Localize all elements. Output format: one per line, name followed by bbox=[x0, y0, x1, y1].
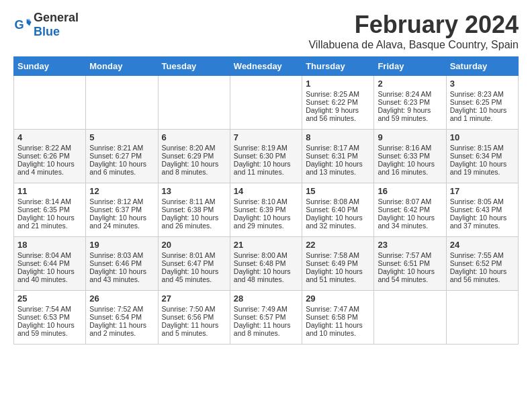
day-number: 17 bbox=[450, 186, 515, 196]
sunset-text: Sunset: 6:40 PM bbox=[306, 205, 370, 214]
day-number: 11 bbox=[17, 186, 82, 196]
calendar-cell: 11Sunrise: 8:14 AMSunset: 6:35 PMDayligh… bbox=[14, 183, 86, 237]
sunrise-text: Sunrise: 8:16 AM bbox=[378, 144, 442, 152]
day-number: 25 bbox=[17, 293, 82, 304]
daylight-text: Daylight: 10 hours and 37 minutes. bbox=[450, 214, 515, 230]
sunrise-text: Sunrise: 8:25 AM bbox=[306, 90, 370, 98]
calendar-cell: 23Sunrise: 7:57 AMSunset: 6:51 PMDayligh… bbox=[374, 237, 446, 291]
logo-general: General bbox=[34, 11, 79, 24]
sunset-text: Sunset: 6:22 PM bbox=[306, 98, 370, 106]
day-number: 21 bbox=[234, 240, 298, 250]
daylight-text: Daylight: 10 hours and 8 minutes. bbox=[162, 160, 226, 176]
sunset-text: Sunset: 6:47 PM bbox=[162, 259, 226, 267]
daylight-text: Daylight: 10 hours and 29 minutes. bbox=[234, 214, 298, 230]
sunset-text: Sunset: 6:30 PM bbox=[234, 152, 298, 160]
day-number: 23 bbox=[378, 240, 442, 250]
sunrise-text: Sunrise: 7:50 AM bbox=[162, 305, 226, 313]
day-number: 12 bbox=[89, 186, 154, 196]
weekday-header-thursday: Thursday bbox=[302, 57, 374, 76]
logo-text: General Blue bbox=[34, 11, 79, 39]
calendar-cell: 27Sunrise: 7:50 AMSunset: 6:56 PMDayligh… bbox=[158, 291, 230, 345]
calendar-week-4: 18Sunrise: 8:04 AMSunset: 6:44 PMDayligh… bbox=[14, 237, 519, 291]
calendar-cell: 26Sunrise: 7:52 AMSunset: 6:54 PMDayligh… bbox=[86, 291, 158, 345]
calendar-cell: 16Sunrise: 8:07 AMSunset: 6:42 PMDayligh… bbox=[374, 183, 446, 237]
daylight-text: Daylight: 10 hours and 34 minutes. bbox=[378, 214, 442, 230]
calendar-cell bbox=[158, 76, 230, 130]
day-number: 27 bbox=[162, 293, 226, 304]
calendar-week-1: 1Sunrise: 8:25 AMSunset: 6:22 PMDaylight… bbox=[14, 76, 519, 130]
weekday-header-saturday: Saturday bbox=[446, 57, 518, 76]
daylight-text: Daylight: 10 hours and 11 minutes. bbox=[234, 160, 298, 176]
weekday-header-sunday: Sunday bbox=[14, 57, 86, 76]
daylight-text: Daylight: 11 hours and 2 minutes. bbox=[89, 321, 154, 337]
calendar-cell: 18Sunrise: 8:04 AMSunset: 6:44 PMDayligh… bbox=[14, 237, 86, 291]
sunset-text: Sunset: 6:26 PM bbox=[17, 152, 82, 160]
calendar-cell: 9Sunrise: 8:16 AMSunset: 6:33 PMDaylight… bbox=[374, 130, 446, 183]
day-number: 20 bbox=[162, 240, 226, 250]
logo-icon: G bbox=[13, 15, 32, 34]
day-number: 18 bbox=[17, 240, 82, 250]
sunrise-text: Sunrise: 8:23 AM bbox=[450, 90, 515, 98]
calendar-week-5: 25Sunrise: 7:54 AMSunset: 6:53 PMDayligh… bbox=[14, 291, 519, 345]
calendar-week-2: 4Sunrise: 8:22 AMSunset: 6:26 PMDaylight… bbox=[14, 130, 519, 183]
day-number: 22 bbox=[306, 240, 370, 250]
day-number: 1 bbox=[306, 79, 370, 89]
calendar-cell: 22Sunrise: 7:58 AMSunset: 6:49 PMDayligh… bbox=[302, 237, 374, 291]
calendar-cell bbox=[14, 76, 86, 130]
sunrise-text: Sunrise: 7:58 AM bbox=[306, 251, 370, 259]
sunrise-text: Sunrise: 8:11 AM bbox=[162, 197, 226, 205]
sunrise-text: Sunrise: 8:14 AM bbox=[17, 197, 82, 205]
sunrise-text: Sunrise: 7:47 AM bbox=[306, 305, 370, 313]
sunrise-text: Sunrise: 8:24 AM bbox=[378, 90, 442, 98]
sunset-text: Sunset: 6:25 PM bbox=[450, 98, 515, 106]
day-number: 19 bbox=[89, 240, 154, 250]
sunrise-text: Sunrise: 8:04 AM bbox=[17, 251, 82, 259]
daylight-text: Daylight: 10 hours and 21 minutes. bbox=[17, 214, 82, 230]
calendar-cell bbox=[374, 291, 446, 345]
day-number: 29 bbox=[306, 293, 370, 304]
calendar-cell: 12Sunrise: 8:12 AMSunset: 6:37 PMDayligh… bbox=[86, 183, 158, 237]
daylight-text: Daylight: 10 hours and 45 minutes. bbox=[162, 267, 226, 283]
day-number: 16 bbox=[378, 186, 442, 196]
sunset-text: Sunset: 6:43 PM bbox=[450, 205, 515, 214]
day-number: 28 bbox=[234, 293, 298, 304]
daylight-text: Daylight: 10 hours and 24 minutes. bbox=[89, 214, 154, 230]
day-number: 5 bbox=[89, 132, 154, 142]
svg-text:G: G bbox=[14, 18, 24, 32]
daylight-text: Daylight: 10 hours and 59 minutes. bbox=[17, 321, 82, 337]
daylight-text: Daylight: 11 hours and 10 minutes. bbox=[306, 321, 370, 337]
daylight-text: Daylight: 9 hours and 59 minutes. bbox=[378, 106, 442, 122]
sunset-text: Sunset: 6:54 PM bbox=[89, 313, 154, 321]
sunset-text: Sunset: 6:29 PM bbox=[162, 152, 226, 160]
sunset-text: Sunset: 6:49 PM bbox=[306, 259, 370, 267]
calendar-cell: 2Sunrise: 8:24 AMSunset: 6:23 PMDaylight… bbox=[374, 76, 446, 130]
day-number: 8 bbox=[306, 132, 370, 142]
sunrise-text: Sunrise: 7:54 AM bbox=[17, 305, 82, 313]
sunrise-text: Sunrise: 8:05 AM bbox=[450, 197, 515, 205]
day-number: 9 bbox=[378, 132, 442, 142]
sunrise-text: Sunrise: 8:17 AM bbox=[306, 144, 370, 152]
sunset-text: Sunset: 6:51 PM bbox=[378, 259, 442, 267]
sunset-text: Sunset: 6:53 PM bbox=[17, 313, 82, 321]
day-number: 24 bbox=[450, 240, 515, 250]
calendar-cell: 7Sunrise: 8:19 AMSunset: 6:30 PMDaylight… bbox=[230, 130, 302, 183]
header: G General Blue February 2024 Villabuena … bbox=[13, 11, 519, 51]
daylight-text: Daylight: 10 hours and 40 minutes. bbox=[17, 267, 82, 283]
daylight-text: Daylight: 10 hours and 16 minutes. bbox=[378, 160, 442, 176]
calendar-cell: 1Sunrise: 8:25 AMSunset: 6:22 PMDaylight… bbox=[302, 76, 374, 130]
daylight-text: Daylight: 10 hours and 56 minutes. bbox=[450, 267, 515, 283]
sunset-text: Sunset: 6:27 PM bbox=[89, 152, 154, 160]
weekday-header-friday: Friday bbox=[374, 57, 446, 76]
calendar-cell: 8Sunrise: 8:17 AMSunset: 6:31 PMDaylight… bbox=[302, 130, 374, 183]
sunrise-text: Sunrise: 8:07 AM bbox=[378, 197, 442, 205]
sunset-text: Sunset: 6:38 PM bbox=[162, 205, 226, 214]
sunset-text: Sunset: 6:35 PM bbox=[17, 205, 82, 214]
daylight-text: Daylight: 10 hours and 19 minutes. bbox=[450, 160, 515, 176]
calendar-cell: 10Sunrise: 8:15 AMSunset: 6:34 PMDayligh… bbox=[446, 130, 518, 183]
sunrise-text: Sunrise: 8:19 AM bbox=[234, 144, 298, 152]
daylight-text: Daylight: 10 hours and 43 minutes. bbox=[89, 267, 154, 283]
sunrise-text: Sunrise: 8:15 AM bbox=[450, 144, 515, 152]
daylight-text: Daylight: 10 hours and 6 minutes. bbox=[89, 160, 154, 176]
sunset-text: Sunset: 6:42 PM bbox=[378, 205, 442, 214]
sunrise-text: Sunrise: 8:21 AM bbox=[89, 144, 154, 152]
